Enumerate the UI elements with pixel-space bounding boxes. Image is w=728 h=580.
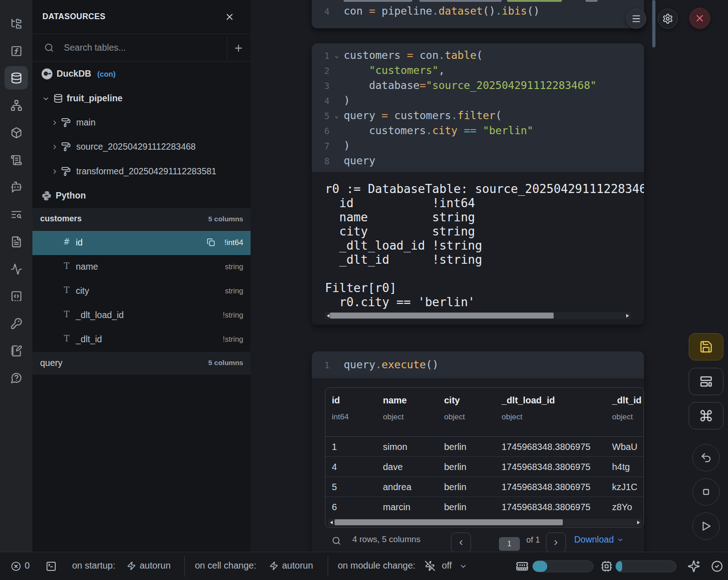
column-dtype: object — [502, 413, 522, 422]
tree-item-database[interactable]: fruit_pipeline — [32, 87, 251, 111]
tree-item-schema-main[interactable]: main — [32, 111, 251, 135]
on-module-change-value[interactable]: off — [442, 560, 452, 571]
scrollbar-thumb[interactable] — [335, 519, 563, 525]
table-cell: 1 — [332, 437, 337, 457]
column-header[interactable]: city — [444, 395, 460, 406]
on-cell-change-value[interactable]: autorun — [282, 560, 313, 571]
scratch-notebook-icon[interactable] — [5, 339, 28, 362]
column-count-badge: 5 columns — [208, 215, 243, 223]
page-of-label: of 1 — [526, 535, 540, 545]
help-question-icon[interactable] — [5, 366, 28, 389]
code-editor[interactable]: 4con = pipeline.dataset().ibis() — [312, 4, 644, 19]
cell-menu-button[interactable] — [626, 9, 646, 29]
connection-duckdb[interactable]: DuckDB (con) — [32, 62, 251, 87]
previous-page-button[interactable] — [451, 533, 471, 552]
secrets-key-icon[interactable] — [5, 312, 28, 335]
chevron-right-icon[interactable] — [51, 119, 58, 126]
table-row[interactable]: 5andreaberlin1745968348.3806975kzJ1C — [325, 477, 644, 497]
column-header[interactable]: _dlt_id — [612, 395, 641, 406]
scroll-left-icon[interactable] — [327, 314, 330, 318]
table-row[interactable]: 6marcinberlin1745968348.3806975z8Yo — [325, 497, 644, 517]
memory-usage-meter — [532, 560, 593, 572]
code-cell-execute[interactable]: 1query.execute() — [312, 351, 644, 379]
code-cell-query-definition[interactable]: 1⌄customers = con.table(2 "customers",3 … — [312, 43, 644, 172]
tree-item-schema-transformed[interactable]: transformed_202504291112283581 — [32, 160, 251, 184]
on-startup-value[interactable]: autorun — [140, 560, 171, 571]
column-item-dlt-load-id[interactable]: T _dlt_load_id !string — [32, 303, 251, 328]
next-page-button[interactable] — [546, 533, 566, 552]
horizontal-scrollbar[interactable] — [325, 312, 631, 319]
logs-search-icon[interactable] — [5, 203, 28, 226]
code-cell-pipeline[interactable]: 4con = pipeline.dataset().ibis() — [312, 0, 644, 28]
column-header[interactable]: name — [383, 395, 407, 406]
close-icon[interactable] — [225, 12, 235, 22]
column-item-name[interactable]: T name string — [32, 255, 251, 279]
chat-bot-icon[interactable] — [5, 175, 28, 199]
table-row[interactable]: 1simonberlin1745968348.3806975WbaU — [325, 437, 644, 457]
chevron-down-icon[interactable] — [42, 95, 50, 103]
column-item-id[interactable]: # id !int64 — [32, 231, 251, 255]
scratchpad-function-icon[interactable] — [5, 39, 28, 63]
chevron-right-icon[interactable] — [51, 168, 58, 175]
schema-icon — [61, 167, 71, 176]
packages-box-icon[interactable] — [5, 121, 28, 144]
stop-button[interactable] — [692, 478, 720, 506]
layout-toggle-button[interactable] — [689, 368, 723, 395]
dependency-graph-icon[interactable] — [5, 94, 28, 117]
page-number-input[interactable]: 1 — [499, 537, 520, 551]
python-section[interactable]: Python — [32, 184, 251, 208]
column-header[interactable]: _dlt_load_id — [502, 395, 555, 406]
table-cell: berlin — [444, 437, 466, 457]
errors-icon[interactable] — [11, 561, 21, 571]
on-startup-label[interactable]: on startup: — [72, 560, 115, 571]
table-header-query[interactable]: query 5 columns — [32, 352, 251, 375]
code-editor[interactable]: 1query.execute() — [312, 357, 644, 372]
column-dtype: !string — [223, 335, 243, 344]
code-editor[interactable]: 1⌄customers = con.table(2 "customers",3 … — [312, 48, 644, 168]
scrollbar-thumb[interactable] — [330, 313, 554, 319]
on-module-change-label[interactable]: on module change: — [338, 560, 415, 571]
table-row[interactable]: 4daveberlin1745968348.3806975h4tg — [325, 457, 644, 477]
table-cell: 1745968348.3806975 — [502, 457, 591, 477]
documentation-scroll-icon[interactable] — [5, 148, 28, 172]
divider — [227, 37, 227, 59]
chevron-down-icon[interactable] — [459, 562, 467, 570]
table-horizontal-scrollbar[interactable] — [328, 519, 642, 526]
tracing-activity-icon[interactable] — [5, 257, 28, 281]
save-button[interactable] — [689, 333, 723, 361]
column-item-city[interactable]: T city string — [32, 279, 251, 303]
download-link[interactable]: Download — [574, 534, 624, 545]
add-datasource-button[interactable] — [233, 43, 244, 53]
snippets-file-icon[interactable] — [5, 230, 28, 253]
panel-header: DATASOURCES — [32, 0, 251, 34]
table-header-customers[interactable]: customers 5 columns — [32, 208, 251, 231]
connection-status-check-icon[interactable] — [711, 560, 723, 572]
file-tree-icon[interactable] — [5, 12, 28, 35]
column-header[interactable]: id — [332, 395, 340, 406]
terminal-icon[interactable] — [46, 561, 57, 572]
main-vertical-scrollbar[interactable] — [652, 0, 655, 47]
settings-gear-button[interactable] — [658, 9, 678, 29]
column-dtype: int64 — [332, 413, 349, 422]
search-icon — [44, 43, 54, 52]
shutdown-close-button[interactable] — [689, 8, 710, 29]
table-search-icon[interactable] — [332, 536, 341, 545]
scroll-right-icon[interactable] — [626, 314, 629, 318]
scroll-left-icon[interactable] — [330, 521, 333, 524]
outputs-code-icon[interactable] — [5, 284, 28, 308]
tree-item-label: fruit_pipeline — [67, 93, 122, 104]
on-cell-change-label[interactable]: on cell change: — [195, 560, 257, 571]
tree-item-schema-source[interactable]: source_202504291112283468 — [32, 135, 251, 159]
datasources-database-icon[interactable] — [5, 66, 28, 89]
column-item-dlt-id[interactable]: T _dlt_id !string — [32, 328, 251, 352]
scroll-right-icon[interactable] — [637, 521, 640, 524]
search-input[interactable]: Search tables... — [64, 42, 126, 53]
copy-icon[interactable] — [207, 238, 215, 246]
chevron-right-icon[interactable] — [51, 143, 58, 151]
command-palette-button[interactable] — [689, 402, 723, 429]
text-type-icon: T — [62, 334, 71, 343]
run-button[interactable] — [692, 512, 720, 540]
undo-button[interactable] — [692, 444, 720, 471]
ai-sparkles-icon[interactable] — [687, 560, 700, 573]
datasources-panel: DATASOURCES Search tables... DuckDB (con… — [32, 0, 251, 552]
